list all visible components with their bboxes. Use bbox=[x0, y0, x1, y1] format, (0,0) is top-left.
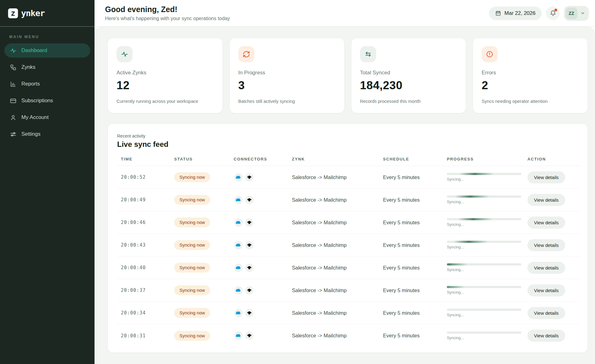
account-menu-button[interactable]: ZZ bbox=[564, 6, 589, 21]
date-picker-button[interactable]: Mar 22, 2026 bbox=[489, 7, 542, 20]
salesforce-icon bbox=[234, 331, 243, 340]
sync-time: 20:00:34 bbox=[121, 310, 174, 316]
connectors-cell bbox=[234, 331, 292, 340]
calendar-icon bbox=[495, 10, 501, 16]
connectors-cell bbox=[234, 240, 292, 250]
table-row: 20:00:40 Syncing now Salesforce -> Mailc… bbox=[117, 257, 581, 279]
greeting-block: Good evening, Zed! Here's what's happeni… bbox=[105, 5, 230, 21]
stat-value: 2 bbox=[482, 79, 579, 92]
status-badge: Syncing now bbox=[174, 308, 210, 318]
view-details-button[interactable]: View details bbox=[527, 217, 565, 229]
content-surface: Active Zynks 12 Currently running across… bbox=[95, 27, 595, 364]
sidebar-item-label: My Account bbox=[21, 114, 49, 121]
mailchimp-icon bbox=[245, 240, 254, 250]
schedule: Every 5 minutes bbox=[383, 333, 447, 339]
action-cell: View details bbox=[527, 330, 581, 342]
progress-cell: Syncing... bbox=[447, 286, 521, 295]
table-row: 20:00:49 Syncing now Salesforce -> Mailc… bbox=[117, 189, 581, 211]
view-details-button[interactable]: View details bbox=[527, 330, 565, 342]
date-label: Mar 22, 2026 bbox=[505, 10, 536, 16]
salesforce-icon bbox=[234, 218, 243, 227]
progress-label: Syncing... bbox=[447, 200, 521, 204]
stat-card-in-progress: In Progress 3 Batches still actively syn… bbox=[229, 38, 345, 113]
sync-time: 20:00:37 bbox=[121, 287, 174, 293]
stat-caption: Batches still actively syncing bbox=[238, 99, 336, 104]
connectors-cell bbox=[234, 286, 292, 295]
user-icon bbox=[10, 114, 16, 121]
progress-shimmer bbox=[454, 241, 488, 243]
view-details-button[interactable]: View details bbox=[527, 194, 565, 206]
table-body: 20:00:52 Syncing now Salesforce -> Mailc… bbox=[117, 166, 581, 347]
progress-label: Syncing... bbox=[447, 222, 521, 227]
action-cell: View details bbox=[527, 262, 581, 274]
logo-z-icon: z bbox=[8, 8, 18, 18]
stat-value: 12 bbox=[117, 79, 214, 92]
stat-caption: Currently running across your workspace bbox=[117, 99, 214, 104]
status-cell: Syncing now bbox=[174, 263, 234, 273]
notification-dot bbox=[554, 9, 557, 11]
sidebar-item-label: Zynks bbox=[21, 64, 35, 70]
panel-eyebrow: Recent activity bbox=[117, 134, 581, 138]
zynk-name: Salesforce -> Mailchimp bbox=[292, 220, 383, 226]
stat-value: 184,230 bbox=[360, 79, 457, 92]
page-subtitle: Here's what's happening with your sync o… bbox=[105, 16, 230, 21]
progress-cell: Syncing... bbox=[447, 195, 521, 204]
mailchimp-icon bbox=[245, 331, 254, 340]
avatar: ZZ bbox=[566, 7, 577, 19]
sidebar-item-reports[interactable]: Reports bbox=[4, 77, 90, 91]
view-details-button[interactable]: View details bbox=[527, 262, 565, 274]
status-cell: Syncing now bbox=[174, 172, 234, 182]
mailchimp-icon bbox=[245, 263, 254, 273]
sidebar-item-my-account[interactable]: My Account bbox=[4, 110, 90, 125]
connectors-cell bbox=[234, 263, 292, 273]
stat-caption: Syncs needing operator attention bbox=[482, 99, 579, 104]
progress-shimmer bbox=[455, 195, 489, 198]
progress-bar bbox=[447, 218, 521, 220]
schedule: Every 5 minutes bbox=[383, 242, 447, 248]
stat-value: 3 bbox=[238, 79, 336, 92]
salesforce-icon bbox=[234, 173, 243, 182]
sidebar-item-subscriptions[interactable]: Subscriptions bbox=[4, 94, 90, 108]
notifications-button[interactable] bbox=[546, 7, 560, 20]
view-details-button[interactable]: View details bbox=[527, 284, 565, 296]
salesforce-icon bbox=[234, 195, 243, 205]
view-details-button[interactable]: View details bbox=[527, 171, 565, 183]
status-badge: Syncing now bbox=[174, 195, 210, 205]
progress-bar bbox=[447, 195, 521, 198]
progress-cell: Syncing... bbox=[447, 241, 521, 249]
column-header-zynk: ZYNK bbox=[292, 157, 383, 161]
view-details-button[interactable]: View details bbox=[527, 307, 565, 319]
action-cell: View details bbox=[527, 284, 581, 296]
table-row: 20:00:43 Syncing now Salesforce -> Mailc… bbox=[117, 234, 581, 257]
progress-cell: Syncing... bbox=[447, 218, 521, 227]
live-sync-feed-panel: Recent activity Live sync feed TIME STAT… bbox=[108, 123, 588, 353]
salesforce-icon bbox=[234, 263, 243, 273]
app-logo: z ynker bbox=[0, 0, 95, 27]
alert-circle-icon bbox=[482, 46, 498, 62]
status-badge: Syncing now bbox=[174, 217, 210, 227]
sync-time: 20:00:40 bbox=[121, 265, 174, 270]
topbar-controls: Mar 22, 2026 ZZ bbox=[489, 6, 589, 21]
column-header-time: TIME bbox=[121, 157, 174, 161]
zynk-name: Salesforce -> Mailchimp bbox=[292, 310, 383, 316]
activity-icon bbox=[10, 47, 16, 54]
sidebar-item-zynks[interactable]: Zynks bbox=[4, 60, 90, 74]
view-details-button[interactable]: View details bbox=[527, 239, 565, 251]
sidebar-item-label: Settings bbox=[21, 131, 40, 137]
activity-icon bbox=[117, 46, 133, 62]
stat-label: In Progress bbox=[238, 70, 336, 76]
sidebar-item-dashboard[interactable]: Dashboard bbox=[4, 43, 90, 58]
status-badge: Syncing now bbox=[174, 331, 210, 341]
progress-label: Syncing... bbox=[447, 245, 521, 249]
action-cell: View details bbox=[527, 217, 581, 229]
progress-label: Syncing... bbox=[447, 290, 521, 295]
sidebar-item-settings[interactable]: Settings bbox=[4, 127, 90, 141]
progress-bar bbox=[447, 173, 521, 175]
schedule: Every 5 minutes bbox=[383, 265, 447, 271]
status-cell: Syncing now bbox=[174, 285, 234, 295]
sliders-icon bbox=[10, 131, 16, 138]
status-cell: Syncing now bbox=[174, 308, 234, 318]
sidebar-item-label: Reports bbox=[21, 81, 40, 87]
zynk-name: Salesforce -> Mailchimp bbox=[292, 287, 383, 293]
progress-cell: Syncing... bbox=[447, 173, 521, 182]
